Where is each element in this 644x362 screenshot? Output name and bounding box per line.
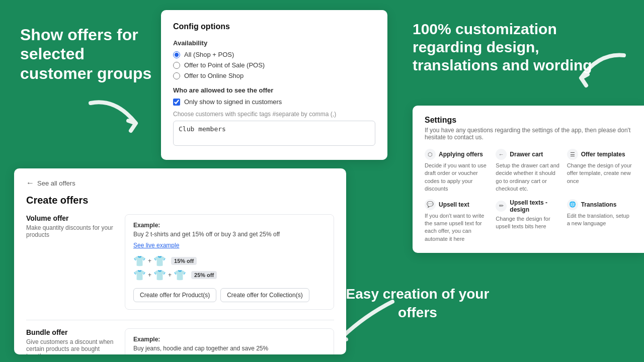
availability-label: Availability (173, 39, 375, 47)
who-allowed-label: Who are allowed to see the offer (173, 86, 375, 94)
discount-badge-15: 15% off (171, 257, 197, 265)
back-label: See all offers (37, 179, 75, 187)
applying-offers-desc: Decide if you want to use draft order or… (425, 162, 490, 193)
settings-subtitle: If you have any questions regarding the … (425, 127, 632, 141)
radio-online-input[interactable] (173, 72, 180, 79)
translations-desc: Edit the translation, setup a new langua… (567, 212, 632, 228)
settings-item-upsell-text[interactable]: 💬 Upsell text If you don't want to write… (425, 199, 490, 243)
volume-buttons-row: Create offer for Product(s) Create offer… (133, 288, 326, 302)
availability-radio-group: All (Shop + POS) Offer to Point of Sale … (173, 51, 375, 79)
offer-templates-title: Offer templates (581, 151, 625, 158)
create-offers-card: ← See all offers Create offers Volume of… (14, 168, 346, 354)
bundle-offer-section: Bundle offer Give customers a discount w… (26, 328, 334, 354)
bundle-offer-title: Bundle offer (26, 328, 117, 336)
upsell-design-title: Upsell texts - design (510, 199, 560, 213)
shirt-icon-2: 👕 (153, 255, 166, 267)
bundle-offer-desc: Give customers a discount when certain p… (26, 338, 117, 354)
signed-in-checkbox-label[interactable]: Only show to signed in customers (173, 98, 375, 106)
settings-item-translations[interactable]: 🌐 Translations Edit the translation, set… (567, 199, 632, 243)
volume-example-text: Buy 2 t-shirts and get 15% off or buy 3 … (133, 231, 326, 238)
radio-pos-input[interactable] (173, 62, 180, 69)
radio-online[interactable]: Offer to Online Shop (173, 72, 375, 79)
upsell-text-title: Upsell text (439, 201, 469, 208)
volume-offer-title: Volume offer (26, 214, 117, 222)
volume-example-label: Example: (133, 222, 326, 229)
shirt-icon-4: 👕 (153, 269, 166, 281)
shirt-icon-1: 👕 (133, 255, 146, 267)
applying-offers-title: Applying offers (439, 151, 483, 158)
settings-title: Settings (425, 116, 632, 125)
bundle-example-label: Example: (133, 336, 326, 343)
volume-offer-desc: Make quantity discounts for your product… (26, 224, 117, 238)
radio-all[interactable]: All (Shop + POS) (173, 51, 375, 58)
config-card-title: Config options (173, 22, 375, 31)
radio-all-input[interactable] (173, 51, 180, 58)
product-row-2: 👕 + 👕 + 👕 25% off (133, 269, 217, 281)
offer-divider (26, 320, 334, 320)
shirt-icon-3: 👕 (133, 269, 146, 281)
volume-offer-left: Volume offer Make quantity discounts for… (26, 214, 117, 310)
settings-item-drawer[interactable]: ← Drawer cart Setup the drawer cart and … (496, 149, 560, 193)
settings-item-upsell-design[interactable]: ✏ Upsell texts - design Change the desig… (496, 199, 560, 243)
signed-in-label: Only show to signed in customers (184, 98, 282, 106)
product-row-1: 👕 + 👕 15% off (133, 255, 217, 267)
offer-templates-icon: ☰ (567, 149, 578, 160)
drawer-cart-title: Drawer cart (510, 151, 543, 158)
signed-in-checkbox[interactable] (173, 99, 180, 106)
tags-label: Choose customers with specific tags #sep… (173, 111, 375, 118)
settings-item-applying[interactable]: ⬡ Applying offers Decide if you want to … (425, 149, 490, 193)
offer-templates-desc: Change the design of your offer template… (567, 162, 632, 185)
back-arrow-icon: ← (26, 178, 34, 188)
applying-offers-icon: ⬡ (425, 149, 436, 160)
translations-icon: 🌐 (567, 199, 578, 210)
upsell-design-icon: ✏ (496, 201, 507, 212)
volume-see-live-link[interactable]: See live example (133, 242, 326, 249)
radio-pos-label: Offer to Point of Sale (POS) (184, 61, 265, 69)
create-offer-products-button[interactable]: Create offer for Product(s) (133, 288, 216, 302)
volume-visual: 👕 + 👕 15% off 👕 + 👕 + 👕 25% off (133, 255, 326, 281)
translations-title: Translations (581, 201, 617, 208)
volume-offer-section: Volume offer Make quantity discounts for… (26, 214, 334, 310)
upsell-text-icon: 💬 (425, 199, 436, 210)
radio-all-label: All (Shop + POS) (184, 51, 234, 58)
arrow-top-left-icon (86, 98, 146, 143)
settings-item-templates[interactable]: ☰ Offer templates Change the design of y… (567, 149, 632, 193)
upsell-design-desc: Change the design for upsell texts bits … (496, 215, 560, 231)
drawer-cart-icon: ← (496, 149, 507, 160)
config-options-card: Config options Availability All (Shop + … (161, 10, 387, 160)
create-offers-title: Create offers (26, 195, 334, 206)
drawer-cart-desc: Setup the drawer cart and decide whether… (496, 162, 560, 193)
settings-card: Settings If you have any questions regar… (413, 106, 644, 253)
back-link[interactable]: ← See all offers (26, 178, 334, 188)
radio-pos[interactable]: Offer to Point of Sale (POS) (173, 61, 375, 69)
top-left-heading: Show offers for selected customer groups (20, 25, 161, 83)
upsell-text-desc: If you don't want to write the same upse… (425, 212, 490, 243)
bundle-offer-left: Bundle offer Give customers a discount w… (26, 328, 117, 354)
shirt-icon-5: 👕 (174, 269, 186, 281)
arrow-top-right-icon (574, 50, 629, 96)
radio-online-label: Offer to Online Shop (184, 72, 244, 79)
discount-badge-25: 25% off (191, 271, 217, 279)
bundle-offer-example: Example: Buy jeans, hoodie and cap toget… (125, 328, 334, 354)
volume-offer-example: Example: Buy 2 t-shirts and get 15% off … (125, 214, 334, 310)
create-offer-collections-button[interactable]: Create offer for Collection(s) (220, 288, 309, 302)
tags-input[interactable]: Club members (173, 121, 375, 146)
settings-grid: ⬡ Applying offers Decide if you want to … (425, 149, 632, 243)
bundle-example-text: Buy jeans, hoodie and cap together and s… (133, 345, 326, 352)
